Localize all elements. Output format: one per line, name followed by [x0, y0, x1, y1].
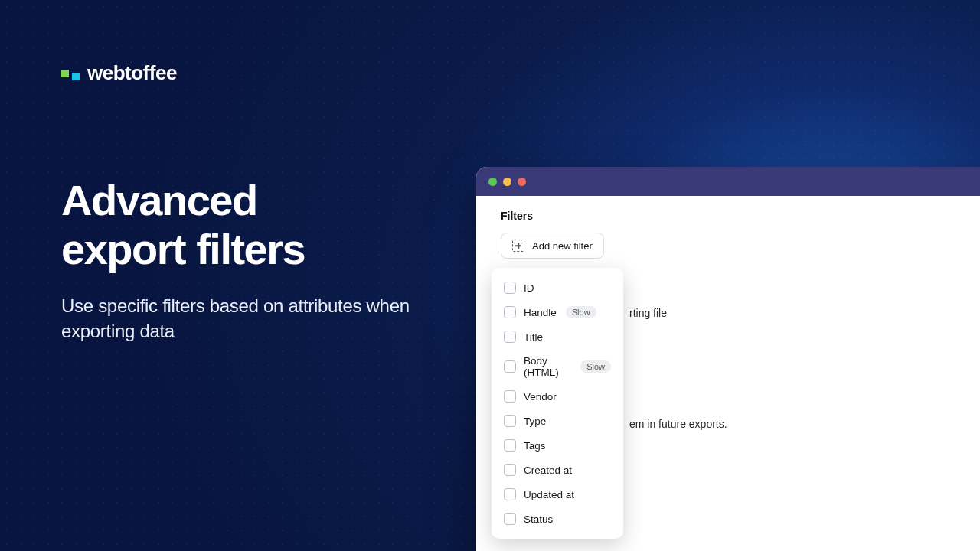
- filter-option-label: Updated at: [524, 489, 574, 500]
- hero-title: Advanced export filters: [61, 176, 459, 275]
- filter-option[interactable]: Type: [492, 409, 623, 433]
- app-window: Filters Add new filter rting file em in …: [476, 167, 980, 551]
- checkbox-icon[interactable]: [504, 488, 516, 500]
- checkbox-icon[interactable]: [504, 513, 516, 525]
- filter-dropdown[interactable]: IDHandleSlowTitleBody (HTML)SlowVendorTy…: [492, 268, 623, 539]
- filter-option-label: Title: [524, 331, 543, 343]
- add-filter-label: Add new filter: [532, 240, 593, 252]
- add-filter-button[interactable]: Add new filter: [501, 233, 604, 259]
- background-text-fragment-2: em in future exports.: [629, 418, 727, 430]
- brand-logo-mark: [61, 70, 80, 77]
- filter-option[interactable]: Updated at: [492, 482, 623, 507]
- filters-panel: Filters Add new filter rting file em in …: [476, 196, 980, 551]
- filter-option-label: Created at: [524, 465, 572, 476]
- checkbox-icon[interactable]: [504, 390, 516, 403]
- checkbox-icon[interactable]: [504, 439, 516, 452]
- panel-title: Filters: [501, 210, 980, 222]
- checkbox-icon[interactable]: [504, 464, 516, 476]
- filter-option-label: Status: [524, 514, 553, 525]
- hero-title-line1: Advanced: [61, 176, 257, 224]
- checkbox-icon[interactable]: [504, 331, 516, 343]
- filter-option[interactable]: Vendor: [492, 384, 623, 409]
- brand-logo: webtoffee: [61, 61, 177, 85]
- slow-badge: Slow: [566, 306, 596, 318]
- maximize-icon[interactable]: [518, 178, 526, 186]
- window-titlebar: [476, 167, 980, 196]
- checkbox-icon[interactable]: [504, 360, 516, 373]
- filter-option-label: Vendor: [524, 391, 557, 403]
- add-filter-icon: [512, 240, 524, 252]
- hero-subtitle: Use specific filters based on attributes…: [61, 293, 459, 344]
- filter-option-label: Tags: [524, 440, 546, 452]
- filter-option[interactable]: Title: [492, 324, 623, 349]
- filter-option[interactable]: Body (HTML)Slow: [492, 349, 623, 384]
- filter-option[interactable]: Status: [492, 507, 623, 531]
- checkbox-icon[interactable]: [504, 306, 516, 318]
- filter-option[interactable]: HandleSlow: [492, 300, 623, 324]
- background-text-fragment-1: rting file: [629, 307, 667, 319]
- minimize-icon[interactable]: [503, 178, 511, 186]
- filter-option[interactable]: ID: [492, 276, 623, 300]
- window-traffic-lights: [488, 178, 526, 186]
- filter-option-label: Type: [524, 416, 546, 427]
- filter-option-label: ID: [524, 282, 534, 294]
- filter-option-label: Body (HTML): [524, 355, 571, 378]
- hero: Advanced export filters Use specific fil…: [61, 176, 459, 344]
- checkbox-icon[interactable]: [504, 415, 516, 427]
- hero-title-line2: export filters: [61, 225, 305, 273]
- logo-square-blue: [72, 73, 80, 80]
- slow-badge: Slow: [580, 360, 611, 373]
- filter-option-label: Handle: [524, 307, 557, 318]
- close-icon[interactable]: [488, 178, 497, 186]
- filter-option[interactable]: Created at: [492, 458, 623, 482]
- filter-option[interactable]: Tags: [492, 433, 623, 458]
- brand-name: webtoffee: [87, 61, 177, 85]
- logo-square-green: [61, 70, 69, 77]
- checkbox-icon[interactable]: [504, 282, 516, 294]
